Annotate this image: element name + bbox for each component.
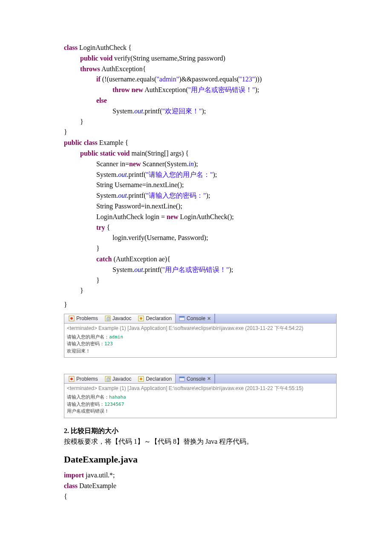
svg-rect-15 <box>179 377 184 378</box>
tab-label: Declaration <box>146 315 172 321</box>
console-icon <box>179 315 185 321</box>
code: .printf( <box>143 266 162 273</box>
code: AuthException{ <box>100 65 146 72</box>
code: LoginAuthCheck { <box>78 44 132 51</box>
code: .printf( <box>127 192 146 199</box>
str: "欢迎回來！" <box>162 107 202 115</box>
console-line: 请输入您的用户名：admin <box>67 334 334 341</box>
user-input: 123 <box>104 341 113 347</box>
tabbar-spacer <box>215 314 336 323</box>
console-body: <terminated> Example (1) [Java Applicati… <box>64 384 336 418</box>
kw: throw <box>112 86 130 93</box>
console-line: 请输入您的密码：1234567 <box>67 401 334 408</box>
code: LoginAuthCheck(); <box>179 213 234 220</box>
console-tabbar: Problems @ Javadoc Declaration Console ✕ <box>64 314 336 324</box>
code: Scanner in= <box>96 160 129 168</box>
console-line: 请输入您的密码：123 <box>67 341 334 348</box>
field: in <box>189 160 194 168</box>
console-line: 欢迎回來！ <box>67 348 334 355</box>
code: } <box>96 277 100 284</box>
code: .printf( <box>143 107 162 115</box>
svg-point-9 <box>70 378 73 380</box>
code: AuthException( <box>143 86 188 93</box>
kw: class <box>64 482 78 489</box>
str: "请输入您的用户名：" <box>146 171 213 178</box>
kw: void <box>100 55 112 62</box>
console-line: 用户名或密码错误！ <box>67 408 334 415</box>
kw: public <box>80 150 98 157</box>
str: "admin" <box>156 75 179 83</box>
console-icon <box>179 376 185 382</box>
tab-declaration[interactable]: Declaration <box>135 374 175 384</box>
svg-point-5 <box>140 317 142 320</box>
kw: else <box>96 97 107 104</box>
kw: class <box>84 139 98 146</box>
console-tabbar: Problems @ Javadoc Declaration Console ✕ <box>64 374 336 384</box>
code: LoginAuthCheck login = <box>96 213 167 220</box>
code: } <box>64 301 67 308</box>
tab-label: Problems <box>76 315 98 321</box>
section-text: 按模板要求，将【代码 1】～【代码 8】替换为 Java 程序代码。 <box>64 437 328 446</box>
field: out <box>118 192 127 199</box>
close-icon[interactable]: ✕ <box>207 376 211 382</box>
kw: import <box>64 471 84 479</box>
declaration-icon <box>138 315 144 321</box>
code: java.util.*; <box>84 471 115 479</box>
declaration-icon <box>138 376 144 382</box>
kw: try <box>96 224 105 231</box>
tab-label: Problems <box>76 376 98 382</box>
problems-icon <box>69 376 75 382</box>
kw: public <box>64 139 82 146</box>
java-code-block-2: import java.util.*; class DateExample { <box>64 470 328 502</box>
section-heading-2: 2. 比较日期的大小 <box>64 427 328 436</box>
javadoc-icon: @ <box>105 376 111 382</box>
tab-problems[interactable]: Problems <box>65 374 101 384</box>
user-input: hahaha <box>109 394 126 400</box>
code: { <box>105 224 110 231</box>
close-icon[interactable]: ✕ <box>207 316 211 321</box>
kw: public <box>80 55 98 62</box>
tab-problems[interactable]: Problems <box>65 314 101 323</box>
tab-javadoc[interactable]: @ Javadoc <box>101 374 135 384</box>
javadoc-icon: @ <box>105 315 111 321</box>
svg-point-13 <box>140 378 142 380</box>
terminated-status: <terminated> Example (1) [Java Applicati… <box>67 385 334 392</box>
terminated-status: <terminated> Example (1) [Java Applicati… <box>67 325 334 332</box>
str: "用户名或密码错误！" <box>188 86 255 93</box>
code: ); <box>194 160 198 168</box>
code: System. <box>96 192 118 199</box>
file-heading: DateExample.java <box>64 454 328 465</box>
code: )&&password.equals( <box>179 75 239 83</box>
field: out <box>118 171 127 178</box>
problems-icon <box>69 315 75 321</box>
code: verify(String username,String password) <box>112 55 225 62</box>
java-code-block-1: class LoginAuthCheck { public void verif… <box>64 43 328 310</box>
str: "用户名或密码错误！" <box>162 266 229 273</box>
tab-label: Javadoc <box>112 315 132 321</box>
code: System. <box>112 266 134 273</box>
tab-declaration[interactable]: Declaration <box>135 314 175 323</box>
tab-label: Declaration <box>146 376 172 382</box>
svg-rect-7 <box>179 316 184 318</box>
code: String Password=in.nextLine(); <box>96 202 182 210</box>
tab-javadoc[interactable]: @ Javadoc <box>101 314 135 323</box>
console-line: 请输入您的用户名：hahaha <box>67 394 334 401</box>
field: out <box>134 266 143 273</box>
tabbar-spacer <box>215 374 336 384</box>
code: } <box>96 245 100 252</box>
tab-label: Javadoc <box>112 376 132 382</box>
code: main(String[] args) { <box>130 150 188 157</box>
code: Scanner(System. <box>141 160 189 168</box>
user-input: 1234567 <box>104 402 124 407</box>
kw: catch <box>96 255 112 263</box>
code: } <box>64 128 67 136</box>
tab-console[interactable]: Console ✕ <box>175 374 215 384</box>
code: } <box>80 287 84 294</box>
tab-console[interactable]: Console ✕ <box>175 314 215 323</box>
tab-label: Console <box>187 376 205 382</box>
eclipse-console-panel-1: Problems @ Javadoc Declaration Console ✕… <box>64 314 337 358</box>
code: { <box>64 493 67 500</box>
kw: new <box>129 160 141 168</box>
kw: void <box>117 150 130 157</box>
code: System. <box>112 107 134 115</box>
